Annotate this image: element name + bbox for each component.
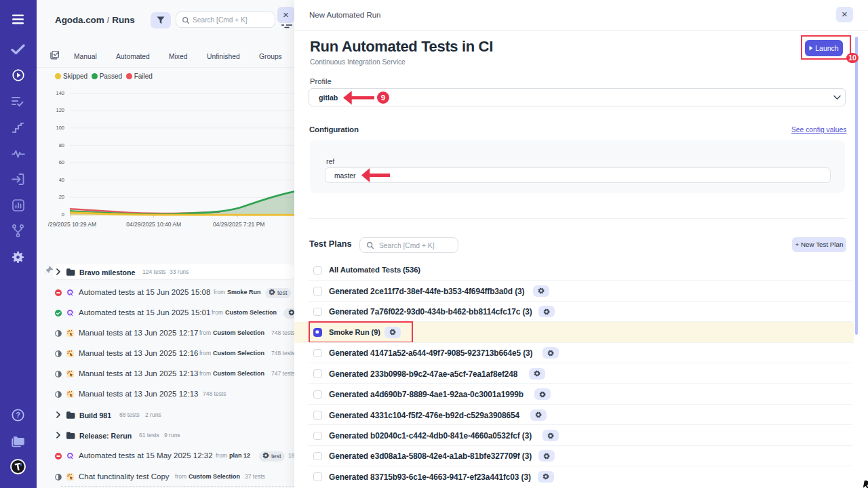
svg-text:?: ?	[16, 411, 20, 419]
